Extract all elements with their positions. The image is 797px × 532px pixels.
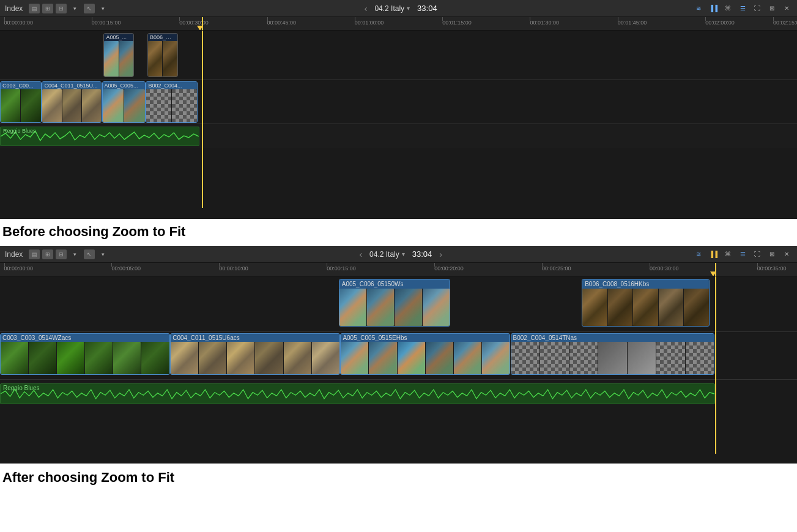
bottom-headphones-icon[interactable]: ⌘ <box>722 249 733 259</box>
top-main-clips-row: C003_C00... C004_C011_0515U... A005_C005… <box>0 79 797 124</box>
bottom-waveform-icon[interactable]: ≋ <box>693 249 704 259</box>
select-tool-icon[interactable]: ↖ <box>84 4 95 13</box>
top-audio-meter-icon[interactable]: ▐▐ <box>708 4 719 13</box>
time-mark-0: 00:00:00:00 <box>4 20 34 26</box>
top-main-clip-c004[interactable]: C004_C011_0515U... <box>42 81 102 123</box>
top-timecode-value: 33:04 <box>417 4 437 13</box>
bottom-toolbar: Index ▤ ⊞ ⊟ ▾ ↖ ▾ ‹ 04.2 Italy ▾ 33:04 ›… <box>0 246 797 263</box>
bottom-conn-a005-label: A005_C006_05150Ws <box>339 279 450 289</box>
bottom-audio-row: Reggio Blues <box>0 379 797 407</box>
bottom-waveform <box>1 384 714 404</box>
top-project-dropdown-icon[interactable]: ▾ <box>407 5 410 12</box>
top-clip-list-icon[interactable]: ☰ <box>737 4 748 13</box>
bottom-clip-list-icon[interactable]: ☰ <box>737 249 748 259</box>
top-timeline-content: A005_... B006_C0... C003_C00... <box>0 31 797 208</box>
bottom-fullscreen-icon[interactable]: ⛶ <box>752 249 763 259</box>
top-nav-left-icon[interactable]: ‹ <box>365 4 368 13</box>
time-mark-90: 00:01:30:00 <box>530 20 559 26</box>
bottom-main-clip-c003[interactable]: C003_C003_0514WZacs <box>0 333 170 375</box>
bottom-select-dropdown-icon[interactable]: ▾ <box>97 249 108 259</box>
top-main-clip-c003[interactable]: C003_C00... <box>0 81 42 123</box>
time-mark-45: 00:00:45:00 <box>267 20 297 26</box>
bottom-clip-dropdown-icon[interactable]: ▾ <box>69 249 80 259</box>
top-headphones-icon[interactable]: ⌘ <box>722 4 733 13</box>
top-waveform-icon[interactable]: ≋ <box>693 4 704 13</box>
bottom-connected-clip-a005[interactable]: A005_C006_05150Ws <box>339 279 450 327</box>
bottom-index-label: Index <box>5 250 23 259</box>
select-dropdown-icon[interactable]: ▾ <box>97 4 108 13</box>
bottom-close-icon[interactable]: ✕ <box>781 249 792 259</box>
before-label: Before choosing Zoom to Fit <box>2 224 185 239</box>
btime-mark-20: 00:00:20:00 <box>434 265 464 272</box>
top-fullscreen-icon[interactable]: ⛶ <box>752 4 763 13</box>
top-conn-clip-a005-thumb <box>104 41 133 76</box>
clip-appearance2-icon[interactable]: ⊞ <box>42 4 53 13</box>
top-connected-clip-b006[interactable]: B006_C0... <box>147 33 178 77</box>
top-toolbar-right: ≋ ▐▐ ⌘ ☰ ⛶ ⊠ ✕ <box>693 4 792 13</box>
top-settings-icon[interactable]: ⊠ <box>766 4 777 13</box>
top-conn-clip-b006-label: B006_C0... <box>148 34 177 41</box>
top-project-label: 04.2 Italy ▾ <box>374 4 410 13</box>
top-connected-clip-a005[interactable]: A005_... <box>103 33 134 77</box>
after-label: After choosing Zoom to Fit <box>2 470 174 485</box>
time-mark-105: 00:01:45:00 <box>618 20 647 26</box>
top-audio-row: Reggio Blues <box>0 124 797 148</box>
bottom-timeline-content: A005_C006_05150Ws B006_C008_0516HKbs <box>0 276 797 454</box>
bottom-project-dropdown-icon[interactable]: ▾ <box>402 251 405 257</box>
time-mark-120: 00:02:00:00 <box>705 20 735 26</box>
time-mark-60: 00:01:00:00 <box>355 20 384 26</box>
top-conn-clip-a005-label: A005_... <box>104 34 133 41</box>
bottom-main-clip-b002[interactable]: B002_C004_0514TNas <box>511 333 715 375</box>
after-section: After choosing Zoom to Fit <box>0 464 797 492</box>
bottom-main-clip-a005[interactable]: A005_C005_0515EHbs <box>340 333 510 375</box>
top-audio-label: Reggio Blues <box>3 128 36 134</box>
bottom-audio-label: Reggio Blues <box>3 385 39 391</box>
top-toolbar: Index ▤ ⊞ ⊟ ▾ ↖ ▾ ‹ 04.2 Italy ▾ 33:04 ≋… <box>0 0 797 17</box>
bottom-connected-clip-b006[interactable]: B006_C008_0516HKbs <box>582 279 709 327</box>
before-section: Before choosing Zoom to Fit <box>0 219 797 246</box>
bottom-main-clip-c004[interactable]: C004_C011_0515U6acs <box>170 333 340 375</box>
bottom-project-label: 04.2 Italy ▾ <box>369 250 405 259</box>
bottom-clip-appearance-icon[interactable]: ▤ <box>29 249 40 259</box>
time-mark-15: 00:00:15:00 <box>92 20 121 26</box>
bottom-nav-right-icon[interactable]: › <box>439 249 442 259</box>
top-audio-clip[interactable]: Reggio Blues <box>0 127 199 146</box>
bottom-audio-clip[interactable]: Reggio Blues <box>0 383 715 404</box>
btime-mark-25: 00:00:25:00 <box>542 265 571 272</box>
btime-mark-30: 00:00:30:00 <box>650 265 679 272</box>
bottom-clip-appearance3-icon[interactable]: ⊟ <box>56 249 67 259</box>
top-toolbar-center: ‹ 04.2 Italy ▾ 33:04 <box>112 4 689 13</box>
bottom-select-tool-icon[interactable]: ↖ <box>84 249 95 259</box>
btime-mark-5: 00:00:05:00 <box>111 265 141 272</box>
bottom-timecode-value: 33:04 <box>412 249 432 259</box>
bottom-clip-appearance2-icon[interactable]: ⊞ <box>42 249 53 259</box>
bottom-audio-meter-icon[interactable]: ▐▐ <box>708 249 719 259</box>
bottom-empty-space <box>0 407 797 454</box>
bottom-nav-left-icon[interactable]: ‹ <box>359 249 362 259</box>
btime-mark-10: 00:00:10:00 <box>219 265 248 272</box>
top-connected-clips-row: A005_... B006_C0... <box>0 31 797 79</box>
btime-mark-35: 00:00:35:00 <box>757 265 787 272</box>
btime-mark-15: 00:00:15:00 <box>327 265 356 272</box>
clip-dropdown-icon[interactable]: ▾ <box>69 4 80 13</box>
time-mark-135: 00:02:15:00 <box>773 20 797 26</box>
bottom-tool-icons: ↖ ▾ <box>84 249 108 259</box>
top-main-clip-a005[interactable]: A005_C005... <box>102 81 146 123</box>
bottom-settings-icon[interactable]: ⊠ <box>766 249 777 259</box>
clip-appearance3-icon[interactable]: ⊟ <box>56 4 67 13</box>
top-tool-icons: ↖ ▾ <box>84 4 108 13</box>
top-index-label: Index <box>5 4 23 13</box>
bottom-toolbar-right: ≋ ▐▐ ⌘ ☰ ⛶ ⊠ ✕ <box>693 249 792 259</box>
bottom-main-clips-row: C003_C003_0514WZacs C004_C011_0515U6acs <box>0 331 797 379</box>
clip-appearance-icon[interactable]: ▤ <box>29 4 40 13</box>
btime-mark-0: 00:00:00:00 <box>4 265 34 272</box>
time-mark-30: 00:00:30:00 <box>179 20 209 26</box>
bottom-clip-icons: ▤ ⊞ ⊟ ▾ <box>29 249 80 259</box>
time-mark-75: 00:01:15:00 <box>442 20 472 26</box>
top-main-clip-b002[interactable]: B002_C004... <box>146 81 198 123</box>
top-time-ruler: 00:00:00:00 00:00:15:00 00:00:30:00 00:0… <box>0 17 797 31</box>
bottom-timeline-panel: Index ▤ ⊞ ⊟ ▾ ↖ ▾ ‹ 04.2 Italy ▾ 33:04 ›… <box>0 246 797 464</box>
top-close-icon[interactable]: ✕ <box>781 4 792 13</box>
bottom-connected-clips-row: A005_C006_05150Ws B006_C008_0516HKbs <box>0 276 797 331</box>
bottom-ruler-playhead <box>710 272 716 276</box>
